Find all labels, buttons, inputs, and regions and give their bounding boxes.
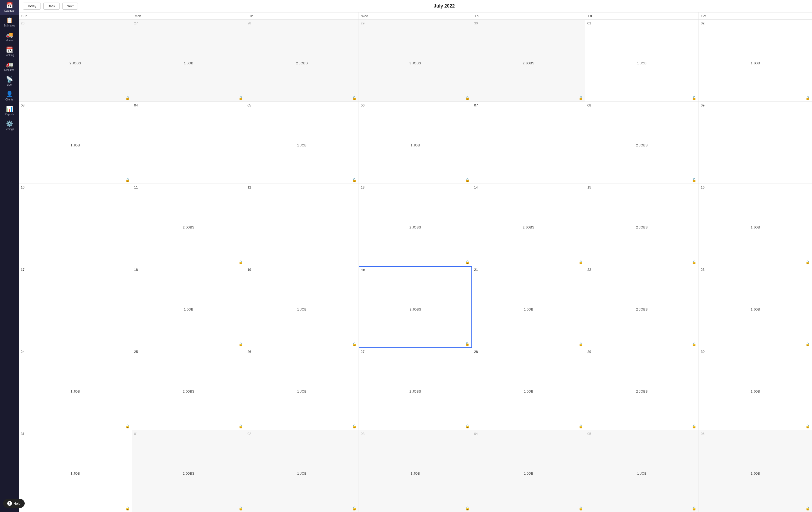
- cal-date-number: 06: [361, 103, 470, 107]
- lock-icon: 🔒: [465, 178, 470, 182]
- cal-jobs-label: 1 JOB: [248, 108, 356, 182]
- cal-cell[interactable]: 202 JOBS🔒: [359, 266, 472, 348]
- cal-cell[interactable]: 181 JOB🔒: [132, 266, 245, 348]
- sidebar-item-settings[interactable]: ⚙️ Settings: [0, 118, 19, 133]
- cal-jobs-label: 1 JOB: [361, 108, 470, 182]
- settings-icon: ⚙️: [6, 121, 13, 127]
- cal-cell[interactable]: 161 JOB🔒: [699, 184, 812, 265]
- cal-jobs-label: 1 JOB: [361, 437, 470, 510]
- cal-jobs-empty: [21, 190, 130, 264]
- lock-icon: 🔒: [806, 424, 810, 428]
- today-button[interactable]: Today: [23, 3, 41, 9]
- calendar-title: July 2022: [81, 3, 808, 9]
- sidebar-item-moves[interactable]: 🚚 Moves: [0, 30, 19, 45]
- cal-date-number: 07: [474, 103, 583, 107]
- cal-cell[interactable]: 272 JOBS🔒: [359, 348, 472, 430]
- cal-date-number: 17: [21, 268, 130, 272]
- cal-jobs-label: 1 JOB: [248, 437, 356, 510]
- help-button[interactable]: ? Help: [3, 499, 25, 508]
- calendar-row-4: 241 JOB🔒252 JOBS🔒261 JOB🔒272 JOBS🔒281 JO…: [19, 348, 812, 430]
- cal-cell[interactable]: 292 JOBS🔒: [585, 348, 699, 430]
- cal-cell[interactable]: 10: [19, 184, 132, 265]
- lock-icon: 🔒: [806, 342, 810, 346]
- cal-cell[interactable]: 191 JOB🔒: [245, 266, 359, 348]
- cal-date-number: 29: [361, 21, 470, 25]
- cal-date-number: 15: [587, 186, 696, 189]
- lock-icon: 🔒: [238, 260, 243, 264]
- cal-cell[interactable]: 061 JOB🔒: [359, 102, 472, 183]
- cal-date-number: 27: [361, 350, 470, 353]
- calendar-row-3: 17181 JOB🔒191 JOB🔒202 JOBS🔒211 JOB🔒222 J…: [19, 266, 812, 348]
- cal-cell[interactable]: 142 JOBS🔒: [472, 184, 585, 265]
- sidebar-label-calendar: Calendar: [4, 9, 15, 12]
- cal-cell[interactable]: 261 JOB🔒: [245, 348, 359, 430]
- cal-jobs-empty: [701, 108, 810, 182]
- cal-cell[interactable]: 271 JOB🔒: [132, 20, 245, 102]
- cal-date-number: 02: [248, 432, 356, 436]
- cal-cell[interactable]: 04: [132, 102, 245, 183]
- cal-cell[interactable]: 012 JOBS🔒: [132, 430, 245, 512]
- cal-cell[interactable]: 132 JOBS🔒: [359, 184, 472, 265]
- cal-cell[interactable]: 152 JOBS🔒: [585, 184, 699, 265]
- next-button[interactable]: Next: [62, 3, 78, 9]
- sidebar-item-estimates[interactable]: 📋 Estimates: [0, 15, 19, 30]
- sidebar-label-dispatch: Dispatch: [4, 68, 14, 72]
- cal-cell[interactable]: 082 JOBS🔒: [585, 102, 699, 183]
- sidebar-item-dispatch[interactable]: 🚛 Dispatch: [0, 59, 19, 74]
- cal-cell[interactable]: 112 JOBS🔒: [132, 184, 245, 265]
- lock-icon: 🔒: [806, 506, 810, 510]
- cal-date-number: 28: [248, 21, 356, 25]
- cal-jobs-label: 2 JOBS: [134, 437, 243, 510]
- cal-cell[interactable]: 311 JOB🔒: [19, 430, 132, 512]
- cal-cell[interactable]: 17: [19, 266, 132, 348]
- cal-cell[interactable]: 241 JOB🔒: [19, 348, 132, 430]
- sidebar-item-clients[interactable]: 👤 Clients: [0, 89, 19, 104]
- cal-cell[interactable]: 281 JOB🔒: [472, 348, 585, 430]
- cal-cell[interactable]: 293 JOBS🔒: [359, 20, 472, 102]
- sidebar-label-clients: Clients: [5, 98, 13, 101]
- cal-cell[interactable]: 262 JOBS🔒: [19, 20, 132, 102]
- cal-cell[interactable]: 302 JOBS🔒: [472, 20, 585, 102]
- sidebar-item-reports[interactable]: 📊 Reports: [0, 104, 19, 118]
- calendar-row-2: 10112 JOBS🔒12132 JOBS🔒142 JOBS🔒152 JOBS🔒…: [19, 184, 812, 266]
- cal-cell[interactable]: 031 JOB🔒: [359, 430, 472, 512]
- cal-jobs-label: 1 JOB: [701, 437, 810, 510]
- cal-cell[interactable]: 12: [245, 184, 359, 265]
- sidebar-label-booking: Booking: [5, 54, 14, 57]
- cal-cell[interactable]: 021 JOB🔒: [245, 430, 359, 512]
- sidebar-item-booking[interactable]: 📆 Booking: [0, 45, 19, 59]
- lock-icon: 🔒: [465, 96, 470, 100]
- sidebar-item-live[interactable]: 📡 Live: [0, 74, 19, 89]
- main-content: Today Back Next July 2022 SunMonTueWedTh…: [19, 0, 812, 512]
- lock-icon: 🔒: [465, 342, 469, 346]
- sidebar-item-calendar[interactable]: 📅 Calendar: [0, 0, 19, 15]
- cal-cell[interactable]: 07: [472, 102, 585, 183]
- reports-icon: 📊: [6, 106, 13, 112]
- cal-cell[interactable]: 252 JOBS🔒: [132, 348, 245, 430]
- lock-icon: 🔒: [579, 260, 583, 264]
- cal-cell[interactable]: 041 JOB🔒: [472, 430, 585, 512]
- cal-cell[interactable]: 09: [699, 102, 812, 183]
- calendar-row-5: 311 JOB🔒012 JOBS🔒021 JOB🔒031 JOB🔒041 JOB…: [19, 430, 812, 512]
- cal-cell[interactable]: 231 JOB🔒: [699, 266, 812, 348]
- cal-jobs-label: 1 JOB: [21, 355, 130, 428]
- cal-cell[interactable]: 011 JOB🔒: [585, 20, 699, 102]
- cal-date-number: 05: [587, 432, 696, 436]
- cal-cell[interactable]: 061 JOB🔒: [699, 430, 812, 512]
- cal-cell[interactable]: 222 JOBS🔒: [585, 266, 699, 348]
- cal-cell[interactable]: 211 JOB🔒: [472, 266, 585, 348]
- cal-cell[interactable]: 051 JOB🔒: [585, 430, 699, 512]
- cal-cell[interactable]: 051 JOB🔒: [245, 102, 359, 183]
- cal-cell[interactable]: 282 JOBS🔒: [245, 20, 359, 102]
- lock-icon: 🔒: [692, 260, 696, 264]
- lock-icon: 🔒: [238, 506, 243, 510]
- cal-cell[interactable]: 031 JOB🔒: [19, 102, 132, 183]
- cal-cell[interactable]: 021 JOB🔒: [699, 20, 812, 102]
- lock-icon: 🔒: [125, 96, 130, 100]
- lock-icon: 🔒: [806, 260, 810, 264]
- cal-cell[interactable]: 301 JOB🔒: [699, 348, 812, 430]
- back-button[interactable]: Back: [44, 3, 60, 9]
- calendar-row-0: 262 JOBS🔒271 JOB🔒282 JOBS🔒293 JOBS🔒302 J…: [19, 20, 812, 102]
- cal-date-number: 25: [134, 350, 243, 353]
- cal-date-number: 14: [474, 186, 583, 189]
